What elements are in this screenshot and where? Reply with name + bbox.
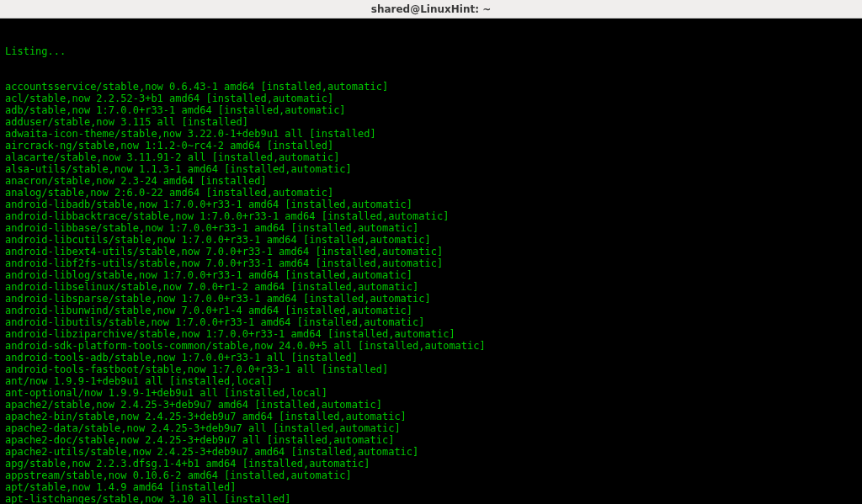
package-line: android-libunwind/stable,now 7.0.0+r1-4 … xyxy=(5,305,857,316)
listing-header: Listing... xyxy=(5,45,857,57)
package-line: apache2-doc/stable,now 2.4.25-3+deb9u7 a… xyxy=(5,434,857,446)
package-line: apache2-data/stable,now 2.4.25-3+deb9u7 … xyxy=(5,422,857,434)
package-line: android-libutils/stable,now 1:7.0.0+r33-… xyxy=(5,316,857,328)
window-titlebar: shared@LinuxHint: ~ xyxy=(0,0,862,19)
package-line: android-libext4-utils/stable,now 7.0.0+r… xyxy=(5,246,857,257)
package-line: adwaita-icon-theme/stable,now 3.22.0-1+d… xyxy=(5,128,857,140)
package-line: ant/now 1.9.9-1+deb9u1 all [installed,lo… xyxy=(5,375,857,387)
package-line: ant-optional/now 1.9.9-1+deb9u1 all [ins… xyxy=(5,387,857,399)
package-line: apache2/stable,now 2.4.25-3+deb9u7 amd64… xyxy=(5,399,857,411)
package-line: adduser/stable,now 3.115 all [installed] xyxy=(5,116,857,128)
package-line: android-tools-fastboot/stable,now 1:7.0.… xyxy=(5,363,857,375)
terminal-area[interactable]: Listing... accountsservice/stable,now 0.… xyxy=(0,19,862,504)
package-line: android-libf2fs-utils/stable,now 7.0.0+r… xyxy=(5,257,857,269)
package-line: android-liblog/stable,now 1:7.0.0+r33-1 … xyxy=(5,269,857,281)
package-line: android-libsparse/stable,now 1:7.0.0+r33… xyxy=(5,293,857,305)
package-line: android-libcutils/stable,now 1:7.0.0+r33… xyxy=(5,234,857,246)
package-line: android-libbase/stable,now 1:7.0.0+r33-1… xyxy=(5,222,857,234)
package-line: apt/stable,now 1.4.9 amd64 [installed] xyxy=(5,481,857,493)
package-line: apache2-utils/stable,now 2.4.25-3+deb9u7… xyxy=(5,446,857,458)
package-list: accountsservice/stable,now 0.6.43-1 amd6… xyxy=(5,81,857,504)
package-line: accountsservice/stable,now 0.6.43-1 amd6… xyxy=(5,81,857,93)
package-line: apg/stable,now 2.2.3.dfsg.1-4+b1 amd64 [… xyxy=(5,458,857,470)
package-line: android-libadb/stable,now 1:7.0.0+r33-1 … xyxy=(5,199,857,210)
window-title: shared@LinuxHint: ~ xyxy=(371,3,491,15)
package-line: android-sdk-platform-tools-common/stable… xyxy=(5,340,857,352)
package-line: aircrack-ng/stable,now 1:1.2-0~rc4-2 amd… xyxy=(5,140,857,151)
package-line: android-libziparchive/stable,now 1:7.0.0… xyxy=(5,328,857,340)
package-line: anacron/stable,now 2.3-24 amd64 [install… xyxy=(5,175,857,187)
package-line: acl/stable,now 2.2.52-3+b1 amd64 [instal… xyxy=(5,93,857,104)
package-line: android-tools-adb/stable,now 1:7.0.0+r33… xyxy=(5,352,857,363)
package-line: alacarte/stable,now 3.11.91-2 all [insta… xyxy=(5,151,857,163)
package-line: appstream/stable,now 0.10.6-2 amd64 [ins… xyxy=(5,470,857,481)
package-line: analog/stable,now 2:6.0-22 amd64 [instal… xyxy=(5,187,857,199)
package-line: android-libselinux/stable,now 7.0.0+r1-2… xyxy=(5,281,857,293)
package-line: alsa-utils/stable,now 1.1.3-1 amd64 [ins… xyxy=(5,163,857,175)
package-line: apache2-bin/stable,now 2.4.25-3+deb9u7 a… xyxy=(5,411,857,422)
package-line: adb/stable,now 1:7.0.0+r33-1 amd64 [inst… xyxy=(5,104,857,116)
package-line: apt-listchanges/stable,now 3.10 all [ins… xyxy=(5,493,857,504)
package-line: android-libbacktrace/stable,now 1:7.0.0+… xyxy=(5,210,857,222)
